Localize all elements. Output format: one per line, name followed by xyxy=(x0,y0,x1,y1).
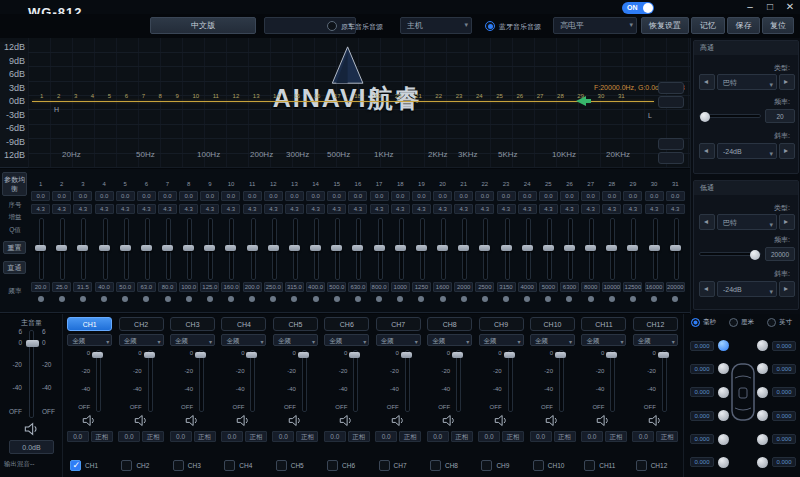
channel-fader-track[interactable] xyxy=(349,350,360,410)
curve-band-number[interactable]: 14 xyxy=(273,93,280,99)
channel-checkbox[interactable] xyxy=(173,460,184,471)
delay-value[interactable]: 0.000 xyxy=(690,387,714,397)
channel-tab[interactable]: CH12 xyxy=(633,317,678,331)
channel-fader-track[interactable] xyxy=(92,350,103,410)
delay-value[interactable]: 0.000 xyxy=(772,434,796,444)
channel-gain-value[interactable]: 0.0 xyxy=(478,431,500,442)
curve-band-number[interactable]: 18 xyxy=(354,93,361,99)
band-gain-slider[interactable] xyxy=(563,218,576,278)
channel-gain-value[interactable]: 0.0 xyxy=(632,431,654,442)
band-q-value[interactable]: 4.3 xyxy=(623,204,642,214)
selected-band-arrow-icon[interactable] xyxy=(576,96,586,106)
band-gain-slider[interactable] xyxy=(267,218,280,278)
hp-freq-value[interactable]: 20 xyxy=(765,109,795,123)
channel-fader-track[interactable] xyxy=(246,350,257,410)
band-gain-value[interactable]: 0.0 xyxy=(306,191,325,201)
band-q-value[interactable]: 4.3 xyxy=(221,204,240,214)
band-q-value[interactable]: 4.3 xyxy=(391,204,410,214)
band-bypass-knob[interactable] xyxy=(291,296,297,302)
arrow-left-icon[interactable] xyxy=(699,281,715,297)
band-gain-value[interactable]: 0.0 xyxy=(179,191,198,201)
curve-band-number[interactable]: 8 xyxy=(159,93,162,99)
channel-gain-value[interactable]: 0.0 xyxy=(67,431,89,442)
band-bypass-knob[interactable] xyxy=(651,296,657,302)
channel-fader-track[interactable] xyxy=(452,350,463,410)
arrow-right-icon[interactable] xyxy=(779,74,795,90)
speaker-select-knob[interactable] xyxy=(718,457,729,468)
band-gain-slider[interactable] xyxy=(415,218,428,278)
channel-fader-track[interactable] xyxy=(606,350,617,410)
curve-band-number[interactable]: 10 xyxy=(192,93,199,99)
graph-zoom-in-button[interactable] xyxy=(658,82,684,94)
speaker-select-knob[interactable] xyxy=(718,387,729,398)
curve-band-number[interactable]: 25 xyxy=(496,93,503,99)
curve-band-number[interactable]: 5 xyxy=(108,93,111,99)
eq-plot-area[interactable]: AINAVI航睿 1234567891011121314151617181920… xyxy=(28,38,690,168)
band-q-value[interactable]: 4.3 xyxy=(433,204,452,214)
speaker-select-knob[interactable] xyxy=(718,363,729,374)
curve-band-number[interactable]: 13 xyxy=(253,93,260,99)
band-freq-value[interactable]: 80.0 xyxy=(158,282,177,292)
band-bypass-knob[interactable] xyxy=(143,296,149,302)
maximize-button[interactable]: □ xyxy=(762,1,778,13)
band-bypass-knob[interactable] xyxy=(588,296,594,302)
channel-range-dropdown[interactable]: 全频 xyxy=(67,334,112,346)
band-freq-value[interactable]: 3150 xyxy=(497,282,516,292)
delay-unit-option[interactable]: 毫秒 xyxy=(691,318,716,327)
memory-button[interactable]: 记忆 xyxy=(691,17,725,34)
curve-band-number[interactable]: 31 xyxy=(618,93,625,99)
delay-unit-option[interactable]: 厘米 xyxy=(729,318,754,327)
band-gain-value[interactable]: 0.0 xyxy=(73,191,92,201)
band-q-value[interactable]: 4.3 xyxy=(95,204,114,214)
band-q-value[interactable]: 4.3 xyxy=(370,204,389,214)
band-gain-value[interactable]: 0.0 xyxy=(370,191,389,201)
band-bypass-knob[interactable] xyxy=(376,296,382,302)
band-q-value[interactable]: 4.3 xyxy=(497,204,516,214)
channel-mute-button[interactable] xyxy=(596,414,611,427)
band-q-value[interactable]: 4.3 xyxy=(306,204,325,214)
curve-band-number[interactable]: 19 xyxy=(375,93,382,99)
band-freq-value[interactable]: 16000 xyxy=(645,282,664,292)
channel-mute-button[interactable] xyxy=(236,414,251,427)
speaker-select-knob[interactable] xyxy=(718,434,729,445)
graph-zoom-out-button[interactable] xyxy=(658,96,684,108)
band-gain-slider[interactable] xyxy=(224,218,237,278)
speaker-select-knob[interactable] xyxy=(757,340,768,351)
channel-range-dropdown[interactable]: 全频 xyxy=(273,334,318,346)
channel-phase-button[interactable]: 正相 xyxy=(502,431,524,442)
channel-range-dropdown[interactable]: 全频 xyxy=(119,334,164,346)
band-bypass-knob[interactable] xyxy=(122,296,128,302)
curve-band-number[interactable]: 3 xyxy=(74,93,77,99)
band-q-value[interactable]: 4.3 xyxy=(285,204,304,214)
curve-band-number[interactable]: 9 xyxy=(176,93,179,99)
channel-mute-button[interactable] xyxy=(648,414,663,427)
curve-band-number[interactable]: 11 xyxy=(213,93,219,99)
channel-fader-track[interactable] xyxy=(504,350,515,410)
channel-checkbox[interactable] xyxy=(327,460,338,471)
band-freq-value[interactable]: 800.0 xyxy=(370,282,389,292)
band-gain-value[interactable]: 0.0 xyxy=(116,191,135,201)
curve-band-number[interactable]: 20 xyxy=(395,93,402,99)
band-freq-value[interactable]: 500.0 xyxy=(327,282,346,292)
band-q-value[interactable]: 4.3 xyxy=(348,204,367,214)
band-gain-slider[interactable] xyxy=(119,218,132,278)
curve-band-number[interactable]: 28 xyxy=(557,93,564,99)
delay-value[interactable]: 0.000 xyxy=(690,457,714,467)
master-mute-button[interactable] xyxy=(24,422,40,436)
channel-phase-button[interactable]: 正相 xyxy=(245,431,267,442)
channel-range-dropdown[interactable]: 全频 xyxy=(530,334,575,346)
band-gain-value[interactable]: 0.0 xyxy=(602,191,621,201)
channel-gain-value[interactable]: 0.0 xyxy=(581,431,603,442)
channel-tab[interactable]: CH6 xyxy=(324,317,369,331)
channel-phase-button[interactable]: 正相 xyxy=(451,431,473,442)
lp-slope-dropdown[interactable]: -24dB xyxy=(717,281,777,297)
band-bypass-knob[interactable] xyxy=(186,296,192,302)
band-gain-slider[interactable] xyxy=(98,218,111,278)
speaker-select-knob[interactable] xyxy=(718,410,729,421)
band-q-value[interactable]: 4.3 xyxy=(179,204,198,214)
band-q-value[interactable]: 4.3 xyxy=(158,204,177,214)
channel-checkbox[interactable] xyxy=(276,460,287,471)
slider-knob[interactable] xyxy=(700,112,710,122)
channel-tab[interactable]: CH1 xyxy=(67,317,112,331)
band-bypass-knob[interactable] xyxy=(313,296,319,302)
